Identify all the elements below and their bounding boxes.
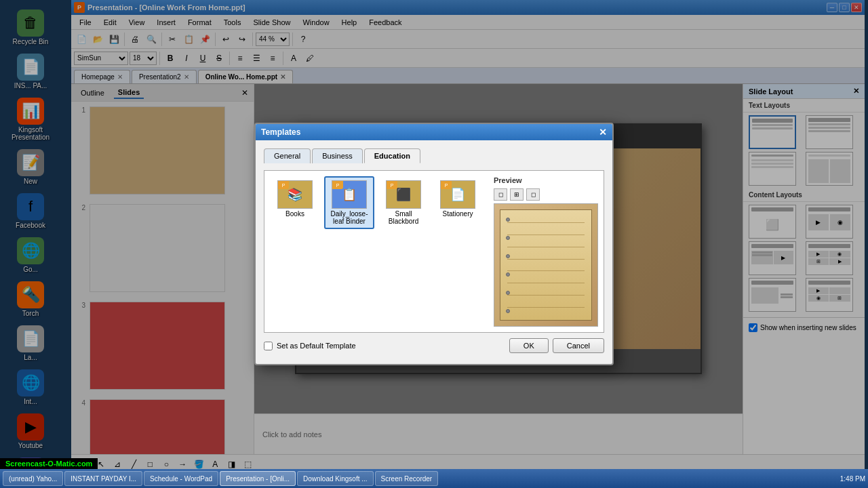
dialog-buttons: OK Cancel	[509, 338, 604, 353]
dialog-title-bar: Templates ✕	[256, 124, 612, 140]
template-label-2: Small Blackbord	[382, 210, 425, 225]
template-label-0: Books	[285, 210, 304, 218]
template-item-3[interactable]: P 📄 Stationery	[433, 176, 483, 229]
template-symbol: ⬛	[396, 187, 411, 202]
dialog-tab-bar: General Business Education	[264, 148, 604, 163]
taskbar-item[interactable]: Schedule - WordPad	[144, 471, 218, 486]
preview-label: Preview	[494, 176, 598, 184]
default-template-checkbox[interactable]	[264, 342, 273, 350]
template-item-1[interactable]: P 📋 Daily_loose-leaf Binder	[324, 176, 374, 229]
taskbar-clock: 1:48 PM	[840, 475, 865, 483]
template-badge: P	[387, 181, 397, 189]
template-icon-2: P ⬛	[386, 180, 421, 209]
dialog-title-text: Templates	[261, 127, 300, 137]
dialog-body: General Business Education P 📚 Books P 📋…	[256, 140, 612, 364]
tab-education[interactable]: Education	[364, 148, 420, 163]
template-icon-0: P 📚	[277, 180, 313, 209]
template-item-2[interactable]: P ⬛ Small Blackbord	[378, 176, 429, 229]
taskbar-item[interactable]: Download Kingsoft ...	[297, 471, 374, 486]
dialog-ok-button[interactable]: OK	[509, 338, 549, 353]
template-icon-1: P 📋	[332, 180, 367, 209]
dialog-overlay: Templates ✕ General Business Education P…	[0, 0, 868, 488]
taskbar-item[interactable]: Screen Recorder	[375, 471, 439, 486]
template-icon-3: P 📄	[440, 180, 475, 209]
dialog-close-button[interactable]: ✕	[599, 127, 607, 138]
preview-image	[494, 203, 598, 327]
template-symbol: 📄	[450, 187, 465, 202]
preview-notebook	[500, 209, 592, 321]
template-symbol: 📚	[288, 187, 302, 202]
taskbar-item[interactable]: (unread) Yaho...	[3, 471, 63, 486]
preview-btn-3[interactable]: ◻	[526, 188, 540, 201]
taskbar-item[interactable]: Presentation - [Onli...	[220, 471, 296, 486]
template-symbol: 📋	[342, 187, 357, 202]
taskbar: (unread) Yaho...INSTANT PAYDAY I...Sched…	[0, 469, 868, 488]
template-badge: P	[332, 181, 343, 189]
preview-btn-2[interactable]: ⊞	[510, 188, 524, 201]
desktop: 🗑 Recycle Bin 📄 INS... PA... 📊 Kingsoft …	[0, 0, 868, 488]
taskbar-item[interactable]: INSTANT PAYDAY I...	[64, 471, 142, 486]
preview-btn-1[interactable]: ◻	[494, 188, 507, 201]
tab-business[interactable]: Business	[312, 148, 363, 163]
template-badge: P	[441, 181, 452, 189]
template-label-1: Daily_loose-leaf Binder	[328, 210, 370, 225]
screencast-watermark: Screencast-O-Matic.com	[0, 458, 98, 469]
dialog-footer: Set as Default Template OK Cancel	[264, 333, 604, 356]
templates-dialog: Templates ✕ General Business Education P…	[254, 123, 614, 365]
template-badge: P	[278, 181, 289, 189]
preview-toolbar: ◻ ⊞ ◻	[494, 188, 598, 201]
templates-list: P 📚 Books P 📋 Daily_loose-leaf Binder P …	[270, 176, 487, 327]
dialog-content-area: P 📚 Books P 📋 Daily_loose-leaf Binder P …	[264, 170, 604, 333]
preview-area: Preview ◻ ⊞ ◻	[494, 176, 598, 327]
default-template-label: Set as Default Template	[277, 342, 356, 350]
tab-general[interactable]: General	[264, 148, 311, 163]
default-template-row: Set as Default Template	[264, 342, 356, 350]
template-label-3: Stationery	[442, 210, 473, 218]
dialog-cancel-button[interactable]: Cancel	[553, 338, 604, 353]
notebook-lines	[507, 217, 585, 313]
template-item-0[interactable]: P 📚 Books	[270, 176, 320, 229]
